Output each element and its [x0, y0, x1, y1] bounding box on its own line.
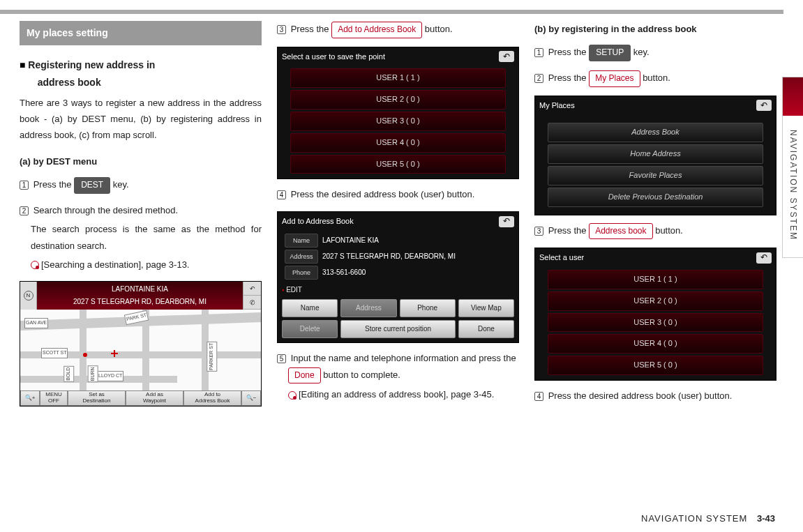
- column-1: My places setting Registering new addres…: [20, 21, 262, 413]
- map-destination-banner: LAFONTAINE KIA 2027 S TELEGRAPH RD, DEAR…: [37, 282, 243, 310]
- menu-off-button[interactable]: MENU OFF: [40, 390, 68, 406]
- field-phone-row: Phone 313-561-6600: [285, 266, 511, 280]
- back-icon[interactable]: ↶: [756, 100, 772, 111]
- zoom-in-label: +: [32, 395, 36, 402]
- step-1-text-a: Press the: [33, 179, 75, 190]
- user-row[interactable]: USER 2 ( 0 ): [290, 90, 506, 109]
- step-1-text-b: key.: [110, 179, 129, 190]
- user-row[interactable]: USER 3 ( 0 ): [548, 313, 763, 333]
- my-places-item[interactable]: Home Address: [548, 144, 763, 164]
- xref-icon: [31, 261, 39, 269]
- b-step-1: 1 Press the SETUP key.: [534, 44, 776, 61]
- footer-page-number: 3-43: [757, 513, 775, 524]
- add-ab-l2: Address Book: [195, 398, 230, 404]
- street-label: GAN AVE: [24, 318, 48, 328]
- b-step-3: 3 Press the Address book button.: [534, 222, 776, 240]
- my-places-item[interactable]: Delete Previous Destination: [548, 188, 763, 207]
- screenshot-header: Select a user to save the point ↶: [278, 47, 518, 67]
- edit-address-button[interactable]: Address: [340, 299, 396, 317]
- step-4-text: Press the desired address book (user) bu…: [291, 189, 475, 199]
- setup-key[interactable]: SETUP: [589, 45, 631, 61]
- delete-button[interactable]: Delete: [282, 320, 338, 338]
- step-number-icon: 3: [534, 227, 543, 236]
- b-step-4-text: Press the desired address book (user) bu…: [548, 390, 733, 401]
- field-value: 2027 S TELEGRAPH RD, DEARBORN, MI: [322, 250, 456, 263]
- done-key[interactable]: Done: [288, 367, 321, 384]
- screenshot-header: My Places ↶: [535, 96, 776, 116]
- b-step-2-text-b: button.: [640, 73, 670, 83]
- step-3-text-b: button.: [422, 24, 452, 34]
- screenshot-header: Add to Address Book ↶: [278, 212, 518, 231]
- side-tab-label: NAVIGATION SYSTEM: [786, 130, 801, 241]
- b-step-3-text-a: Press the: [548, 225, 590, 236]
- field-value: 313-561-6600: [322, 266, 366, 279]
- map-top-bar: N LAFONTAINE KIA 2027 S TELEGRAPH RD, DE…: [20, 282, 261, 310]
- column-2: 3 Press the Add to Address Book button. …: [277, 21, 519, 413]
- phone-icon[interactable]: ✆: [243, 296, 261, 310]
- edit-button-grid: Name Address Phone View Map Delete Store…: [278, 298, 518, 342]
- step-3: 3 Press the Add to Address Book button.: [277, 21, 519, 38]
- my-places-key[interactable]: My Places: [589, 70, 640, 87]
- step-2-sub: The search process is the same as the me…: [20, 221, 262, 254]
- map-dest-address: 2027 S TELEGRAPH RD, DEARBORN, MI: [40, 296, 240, 308]
- street-label: PARKER ST: [207, 342, 217, 372]
- page-footer: NAVIGATION SYSTEM 3-43: [641, 510, 775, 526]
- back-icon[interactable]: ↶: [243, 282, 261, 296]
- step-2-text-a: Search through the desired method.: [33, 205, 178, 215]
- step-number-icon: 1: [534, 48, 543, 57]
- b-step-2: 2 Press the My Places button.: [534, 70, 776, 87]
- my-places-item[interactable]: Address Book: [548, 123, 763, 142]
- step-2: 2 Search through the desired method.: [20, 202, 262, 218]
- back-icon[interactable]: ↶: [499, 51, 514, 62]
- map-crosshair-icon: [111, 350, 118, 357]
- subsection-heading-l2: address book: [38, 77, 101, 88]
- user-row[interactable]: USER 3 ( 0 ): [290, 112, 506, 131]
- zoom-out-button[interactable]: 🔍−: [241, 390, 261, 406]
- compass-icon[interactable]: N: [20, 282, 37, 310]
- edit-name-button[interactable]: Name: [282, 299, 338, 317]
- add-to-address-book-key[interactable]: Add to Address Book: [331, 22, 422, 38]
- street-label: BOLD: [63, 366, 74, 382]
- store-current-position-button[interactable]: Store current position: [340, 320, 456, 338]
- set-destination-button[interactable]: Set as Destination: [68, 390, 126, 406]
- step-2-ref: [Searching a destination], page 3-13.: [20, 257, 262, 273]
- view-map-button[interactable]: View Map: [458, 299, 514, 317]
- street-label: SCOTT ST: [41, 348, 68, 358]
- address-book-key[interactable]: Address book: [589, 223, 652, 240]
- step-number-icon: 5: [277, 354, 286, 363]
- step-5-ref: [Editing an address of address book], pa…: [277, 386, 519, 402]
- column-3: (b) by registering in the address book 1…: [534, 21, 783, 413]
- zoom-in-button[interactable]: 🔍+: [20, 390, 40, 406]
- add-waypoint-button[interactable]: Add as Waypoint: [126, 390, 183, 406]
- my-places-screenshot: My Places ↶ Address Book Home Address Fa…: [534, 96, 776, 215]
- user-row[interactable]: USER 4 ( 0 ): [548, 334, 763, 354]
- user-row[interactable]: USER 5 ( 0 ): [548, 356, 763, 375]
- field-label: Name: [285, 234, 318, 248]
- add-to-address-book-screenshot: Add to Address Book ↶ Name LAFONTAINE KI…: [277, 211, 519, 343]
- back-icon[interactable]: ↶: [499, 216, 514, 227]
- my-places-item[interactable]: Favorite Places: [548, 166, 763, 185]
- user-row[interactable]: USER 4 ( 0 ): [290, 133, 506, 153]
- done-button[interactable]: Done: [458, 320, 514, 338]
- map-canvas[interactable]: GAN AVE PARK ST SCOTT ST LLOYD CT BOLD B…: [20, 310, 261, 390]
- dest-key[interactable]: DEST: [74, 177, 110, 194]
- step-2-ref-text: [Searching a destination], page 3-13.: [41, 259, 189, 270]
- user-row[interactable]: USER 1 ( 1 ): [548, 270, 763, 289]
- user-row[interactable]: USER 2 ( 0 ): [548, 291, 763, 311]
- b-step-1-text-b: key.: [631, 47, 650, 57]
- field-value: LAFONTAINE KIA: [322, 234, 379, 247]
- b-step-2-text-a: Press the: [548, 73, 590, 83]
- screenshot-title: My Places: [539, 99, 575, 113]
- user-row[interactable]: USER 5 ( 0 ): [290, 155, 506, 174]
- step-number-icon: 2: [534, 74, 543, 83]
- edit-phone-button[interactable]: Phone: [400, 299, 456, 317]
- b-step-4: 4 Press the desired address book (user) …: [534, 388, 776, 404]
- add-address-book-button[interactable]: Add to Address Book: [183, 390, 241, 406]
- back-icon[interactable]: ↶: [756, 252, 772, 264]
- xref-icon: [288, 391, 297, 400]
- user-row[interactable]: USER 1 ( 1 ): [290, 68, 506, 88]
- field-label: Address: [285, 250, 318, 264]
- field-label: Phone: [285, 266, 318, 280]
- screenshot-title: Select a user to save the point: [282, 50, 385, 64]
- step-5-text-b: button to complete.: [321, 370, 400, 380]
